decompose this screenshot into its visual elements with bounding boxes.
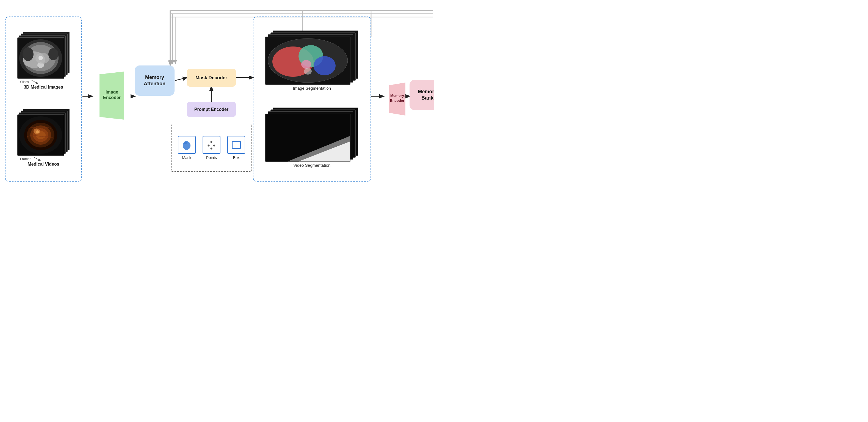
- mask-icon-box: [178, 136, 196, 154]
- mask-decoder-label: Mask Decoder: [195, 75, 227, 81]
- svg-text:Encoder: Encoder: [103, 95, 121, 100]
- box-label: Box: [233, 156, 240, 160]
- prompt-points: Points: [203, 136, 220, 160]
- image-encoder-svg: Image Encoder: [91, 72, 134, 120]
- medical-images-title: 3D Medical Images: [24, 85, 63, 90]
- vseg-frame-front: [265, 114, 350, 162]
- svg-point-27: [23, 47, 34, 61]
- mask-decoder-box: Mask Decoder: [187, 69, 236, 87]
- endoscopy-svg: [18, 115, 64, 156]
- video-frame-front: [17, 114, 64, 156]
- ct-scan-svg: [18, 38, 64, 78]
- mask-label: Mask: [182, 156, 191, 160]
- points-shape-icon: [205, 139, 218, 151]
- prompts-box: Mask Points Box: [171, 124, 252, 172]
- memory-encoder-svg: Memory Encoder: [383, 83, 412, 116]
- right-output-box: Image Segmentation Video Segmentat: [253, 17, 371, 181]
- video-seg-svg: [266, 114, 350, 162]
- svg-rect-51: [232, 141, 241, 148]
- video-stacked-frames: [17, 109, 69, 154]
- memory-bank-label: Memory Bank: [418, 89, 434, 102]
- svg-text:Encoder: Encoder: [390, 99, 404, 103]
- frames-arrow-icon: [33, 157, 41, 161]
- svg-line-31: [31, 80, 38, 84]
- vseg-stacked-frames: [265, 108, 359, 161]
- svg-point-57: [301, 60, 311, 69]
- svg-point-59: [304, 68, 312, 75]
- svg-point-47: [210, 141, 212, 143]
- points-icon-box: [203, 136, 220, 154]
- medical-images-section: Slices 3D Medical Images: [17, 32, 69, 90]
- prompt-mask: Mask: [178, 136, 196, 160]
- svg-text:Memory: Memory: [390, 93, 404, 98]
- memory-bank-box: Memory Bank: [409, 80, 434, 110]
- svg-point-56: [314, 56, 336, 75]
- seg-stacked-images: [265, 31, 359, 84]
- diagram-container: Slices 3D Medical Images: [0, 0, 434, 211]
- slices-label: Slices: [20, 80, 29, 84]
- prompt-encoder-label: Prompt Encoder: [194, 107, 228, 112]
- ct-stacked-images: [17, 32, 69, 77]
- video-segmentation-section: Video Segmentation: [265, 108, 359, 168]
- memory-attention-box: Memory Attention: [135, 65, 175, 96]
- image-segmentation-label: Image Segmentation: [293, 86, 331, 90]
- svg-point-50: [210, 148, 212, 150]
- frames-arrow: Frames: [20, 157, 41, 161]
- svg-point-30: [38, 56, 43, 60]
- left-input-box: Slices 3D Medical Images: [5, 17, 82, 181]
- image-segmentation-section: Image Segmentation: [265, 31, 359, 90]
- memory-encoder-shape: Memory Encoder: [383, 83, 412, 117]
- svg-text:Image: Image: [105, 90, 118, 94]
- svg-line-41: [33, 157, 40, 161]
- svg-point-48: [208, 145, 210, 147]
- ct-frame-front: [17, 37, 64, 79]
- box-icon-box: [227, 136, 245, 154]
- slices-arrow: Slices: [20, 80, 39, 84]
- box-shape-icon: [230, 139, 242, 151]
- svg-point-28: [49, 48, 58, 60]
- svg-line-12: [175, 78, 187, 81]
- image-encoder-shape: Image Encoder: [91, 72, 134, 121]
- slices-arrow-icon: [31, 80, 39, 84]
- frames-label: Frames: [20, 157, 31, 161]
- medical-videos-section: Frames Medical Videos: [17, 109, 69, 167]
- prompt-encoder-box: Prompt Encoder: [187, 102, 236, 117]
- memory-attention-label: Memory Attention: [144, 74, 165, 87]
- svg-point-40: [36, 131, 39, 133]
- prompt-box: Box: [227, 136, 245, 160]
- points-label: Points: [206, 156, 217, 160]
- seg-frame-front: [265, 36, 350, 85]
- segmented-ct-svg: [266, 37, 350, 84]
- svg-point-46: [184, 141, 187, 144]
- medical-videos-title: Medical Videos: [28, 162, 59, 167]
- mask-shape-icon: [181, 139, 193, 151]
- svg-point-49: [213, 145, 215, 147]
- video-segmentation-label: Video Segmentation: [293, 163, 331, 168]
